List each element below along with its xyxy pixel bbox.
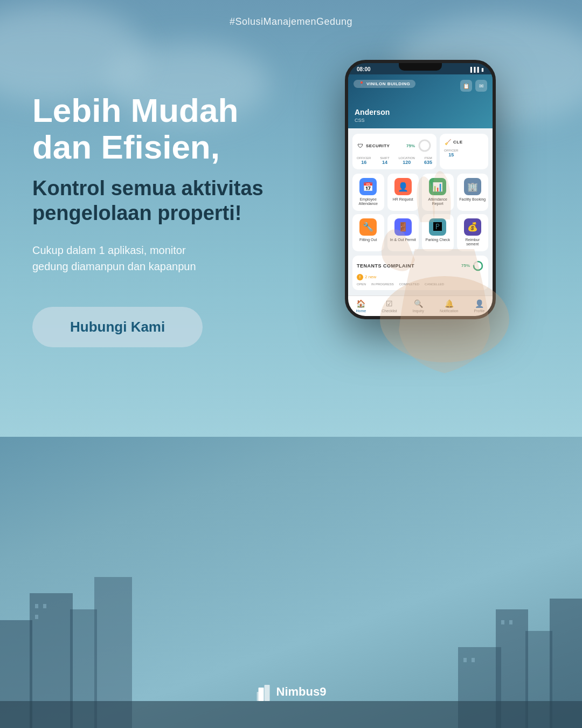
nimbus9-logo-icon — [256, 682, 272, 701]
phone-wrapper: 08:00 ▐▐▐ ▮ 📍 VINILON BUILDING — [345, 60, 496, 319]
description: Cukup dalam 1 aplikasi, monitor gedung d… — [32, 242, 291, 274]
description-line1: Cukup dalam 1 aplikasi, monitor — [32, 242, 291, 258]
hashtag-text: #SolusiManajemenGedung — [230, 16, 352, 28]
description-line2: gedung diamanpun dan kapanpun — [32, 258, 291, 274]
main-section: Lebih Mudah dan Efisien, Kontrol semua a… — [0, 49, 582, 728]
page-content: #SolusiManajemenGedung Lebih Mudah dan E… — [0, 0, 582, 728]
headline-line2: dan Efisien, — [32, 129, 291, 166]
headline-line1: Lebih Mudah — [32, 92, 291, 129]
left-text-area: Lebih Mudah dan Efisien, Kontrol semua a… — [32, 49, 291, 347]
svg-rect-23 — [257, 692, 259, 701]
hand-illustration — [350, 60, 539, 384]
cta-button[interactable]: Hubungi Kami — [32, 307, 203, 347]
phone-container: 08:00 ▐▐▐ ▮ 📍 VINILON BUILDING — [291, 49, 550, 319]
subheadline: Kontrol semua aktivitas pengelolaan prop… — [32, 176, 291, 225]
headline: Lebih Mudah dan Efisien, — [32, 92, 291, 166]
footer: Nimbus9 — [256, 682, 327, 701]
footer-brand-name: Nimbus9 — [276, 685, 327, 699]
svg-rect-22 — [265, 685, 270, 701]
svg-rect-21 — [259, 688, 264, 701]
footer-logo: Nimbus9 — [256, 682, 327, 701]
